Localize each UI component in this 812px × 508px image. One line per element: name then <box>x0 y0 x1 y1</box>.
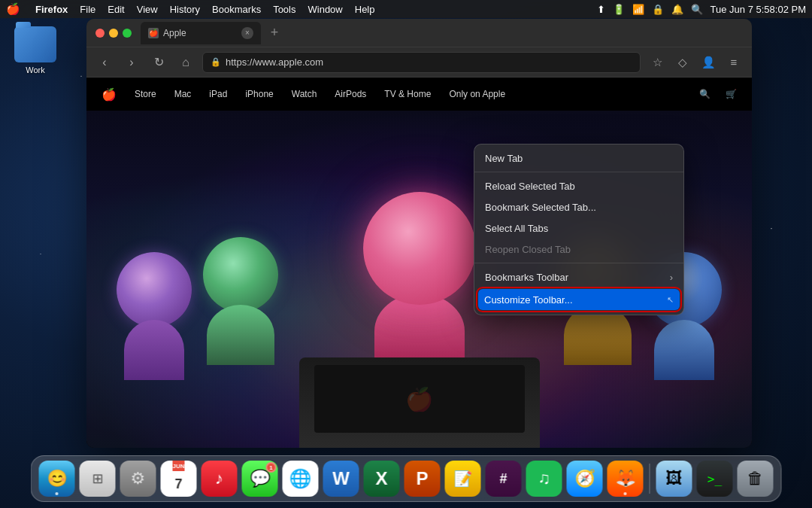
dock-icon-word[interactable]: W <box>323 461 359 497</box>
dock-icon-firefox[interactable]: 🦊 <box>607 461 644 497</box>
dropbox-icon[interactable]: ⬆ <box>597 4 605 15</box>
dock-icon-spotify[interactable]: ♫ <box>526 461 562 497</box>
folder-label: Work <box>26 65 44 75</box>
dock-icon-preview[interactable]: 🖼 <box>656 461 692 497</box>
apple-nav-right: 🔍 🛒 <box>699 89 737 99</box>
dock-icon-calendar[interactable]: JUN 7 <box>161 461 197 497</box>
bookmark-star-button[interactable]: ☆ <box>647 52 668 73</box>
nav-search-icon[interactable]: 🔍 <box>699 89 710 99</box>
menubar-edit[interactable]: Edit <box>108 4 124 15</box>
menubar-history[interactable]: History <box>170 4 200 15</box>
dock-icon-launchpad[interactable]: ⊞ <box>80 461 116 497</box>
menubar-view[interactable]: View <box>137 4 158 15</box>
dock-icon-safari[interactable]: 🧭 <box>567 461 603 497</box>
menubar-left: 🍎 Firefox File Edit View History Bookmar… <box>6 2 597 16</box>
menubar-bookmarks[interactable]: Bookmarks <box>212 4 261 15</box>
lock-icon[interactable]: 🔒 <box>652 4 664 15</box>
dock-icon-powerpoint[interactable]: P <box>404 461 441 497</box>
apple-menu-icon[interactable]: 🍎 <box>6 2 20 16</box>
lock-icon: 🔒 <box>211 57 221 67</box>
folder-icon <box>14 26 56 62</box>
dock-icon-finder[interactable]: 😊 <box>39 461 75 497</box>
cursor-indicator: ↖ <box>667 295 674 305</box>
nav-store[interactable]: Store <box>135 89 156 99</box>
wifi-icon[interactable]: 📶 <box>632 4 644 15</box>
apple-nav: 🍎 Store Mac iPad iPhone Watch AirPods TV… <box>86 78 752 111</box>
menubar-app-name[interactable]: Firefox <box>35 4 68 15</box>
dock-icon-trash[interactable]: 🗑 <box>738 461 774 497</box>
tab-close-button[interactable]: × <box>241 27 253 39</box>
browser-tab[interactable]: 🍎 Apple × <box>141 22 261 44</box>
browser-toolbar: ‹ › ↻ ⌂ 🔒 https://www.apple.com ☆ ◇ 👤 ≡ <box>86 47 752 78</box>
url-text: https://www.apple.com <box>226 56 323 68</box>
battery-icon[interactable]: 🔋 <box>613 4 625 15</box>
forward-button[interactable]: › <box>121 52 142 73</box>
home-button[interactable]: ⌂ <box>175 52 196 73</box>
tab-favicon: 🍎 <box>148 28 159 38</box>
menu-item-bookmarks-toolbar[interactable]: Bookmarks Toolbar › <box>474 266 683 287</box>
menu-item-customize-toolbar[interactable]: Customize Toolbar... ↖ <box>478 289 680 310</box>
context-menu: New Tab Reload Selected Tab Bookmark Sel… <box>474 144 684 315</box>
desktop: 🍎 Firefox File Edit View History Bookmar… <box>0 0 812 508</box>
menubar-window[interactable]: Window <box>308 4 343 15</box>
search-icon[interactable]: 🔍 <box>691 4 703 15</box>
menubar-file[interactable]: File <box>80 4 95 15</box>
dock-icon-messages[interactable]: 💬 1 <box>242 461 278 497</box>
browser-titlebar: 🍎 Apple × + <box>86 19 752 47</box>
window-controls <box>95 29 132 38</box>
laptop-screen: 🍎 <box>314 365 525 433</box>
back-button[interactable]: ‹ <box>94 52 115 73</box>
nav-tv[interactable]: TV & Home <box>384 89 431 99</box>
memoji-left-2 <box>109 252 199 388</box>
account-button[interactable]: 👤 <box>698 52 719 73</box>
menu-item-reload[interactable]: Reload Selected Tab <box>474 175 683 196</box>
menu-item-select-all-tabs[interactable]: Select All Tabs <box>474 217 683 239</box>
maximize-button[interactable] <box>123 29 132 38</box>
menu-separator-1 <box>474 172 683 172</box>
nav-ipad[interactable]: iPad <box>209 89 227 99</box>
menu-separator-2 <box>474 263 683 263</box>
menu-item-bookmark[interactable]: Bookmark Selected Tab... <box>474 196 683 217</box>
arrow-icon: › <box>670 272 673 283</box>
dock-icon-music[interactable]: ♪ <box>201 461 238 497</box>
laptop-apple-logo: 🍎 <box>405 386 433 412</box>
menubar-right: ⬆ 🔋 📶 🔒 🔔 🔍 Tue Jun 7 5:58:02 PM <box>597 4 806 15</box>
laptop: 🍎 <box>299 357 540 448</box>
reload-button[interactable]: ↻ <box>148 52 169 73</box>
desktop-folder[interactable]: Work <box>9 26 62 75</box>
menu-item-reopen-closed: Reopen Closed Tab <box>474 239 683 260</box>
close-button[interactable] <box>95 29 105 38</box>
tab-title: Apple <box>163 28 186 38</box>
pocket-button[interactable]: ◇ <box>672 52 693 73</box>
menu-item-new-tab[interactable]: New Tab <box>474 148 683 169</box>
nav-only-apple[interactable]: Only on Apple <box>449 89 505 99</box>
menubar-help[interactable]: Help <box>355 4 375 15</box>
dock-icon-chrome[interactable]: 🌐 <box>283 461 319 497</box>
nav-airpods[interactable]: AirPods <box>335 89 366 99</box>
dock: 😊 ⊞ ⚙ JUN 7 ♪ 💬 1 🌐 W X P <box>31 455 782 502</box>
browser-window: 🍎 Apple × + ‹ › ↻ ⌂ 🔒 https://www.apple.… <box>86 19 752 448</box>
menubar-clock: Tue Jun 7 5:58:02 PM <box>710 4 806 15</box>
toolbar-right: ☆ ◇ 👤 ≡ <box>647 52 744 73</box>
nav-iphone[interactable]: iPhone <box>245 89 273 99</box>
menubar-tools[interactable]: Tools <box>273 4 295 15</box>
nav-bag-icon[interactable]: 🛒 <box>726 89 737 99</box>
menu-button[interactable]: ≡ <box>723 52 744 73</box>
browser-content: 🍎 Store Mac iPad iPhone Watch AirPods TV… <box>86 78 752 448</box>
nav-watch[interactable]: Watch <box>292 89 317 99</box>
minimize-button[interactable] <box>109 29 118 38</box>
memoji-left-1 <box>192 237 289 388</box>
dock-icon-slack[interactable]: # <box>486 461 522 497</box>
dock-icon-notes[interactable]: 📝 <box>445 461 481 497</box>
apple-logo: 🍎 <box>102 87 117 102</box>
notification-icon[interactable]: 🔔 <box>671 4 683 15</box>
dock-separator <box>650 464 650 494</box>
dock-icon-excel[interactable]: X <box>364 461 400 497</box>
menubar: 🍎 Firefox File Edit View History Bookmar… <box>0 0 812 18</box>
dock-icon-settings[interactable]: ⚙ <box>120 461 156 497</box>
tab-bar: 🍎 Apple × + <box>141 22 743 44</box>
dock-icon-iterm[interactable]: >_ <box>697 461 733 497</box>
new-tab-button[interactable]: + <box>264 23 285 44</box>
nav-mac[interactable]: Mac <box>174 89 192 99</box>
url-bar[interactable]: 🔒 https://www.apple.com <box>202 52 641 73</box>
